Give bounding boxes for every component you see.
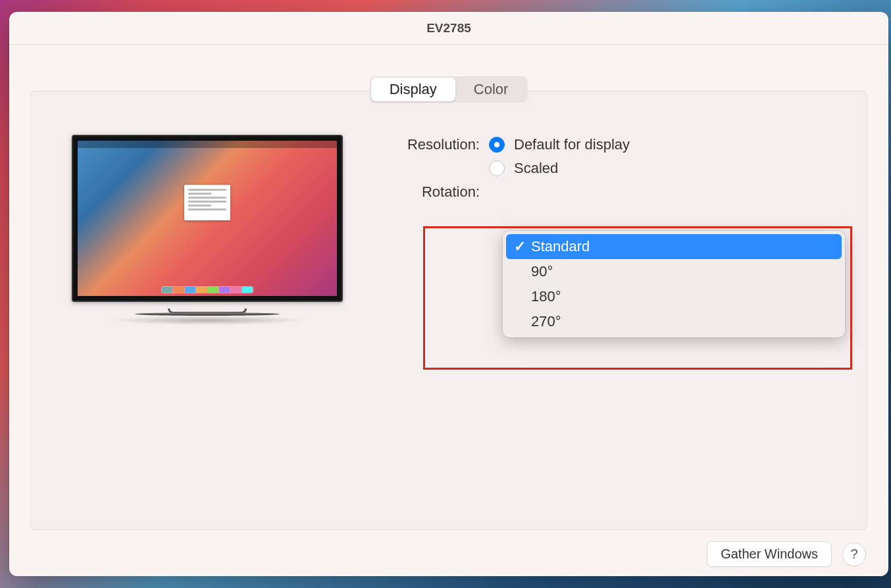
help-button[interactable]: ? xyxy=(842,543,866,566)
rotation-option-180[interactable]: 180° xyxy=(506,284,842,309)
rotation-option-90[interactable]: 90° xyxy=(506,259,842,284)
rotation-option-270[interactable]: 270° xyxy=(506,309,842,334)
rotation-label: Rotation: xyxy=(394,184,480,201)
titlebar: EV2785 xyxy=(9,12,888,45)
tab-display[interactable]: Display xyxy=(371,78,455,101)
radio-default-for-display[interactable] xyxy=(489,137,505,153)
check-icon: ✓ xyxy=(514,238,526,255)
radio-default-label: Default for display xyxy=(514,136,630,153)
resolution-label: Resolution: xyxy=(394,136,480,153)
window-title: EV2785 xyxy=(426,21,471,36)
content-area: Display Color xyxy=(9,45,888,576)
rotation-dropdown[interactable]: ✓ Standard 90° 180° 270° xyxy=(503,231,845,337)
gather-windows-button[interactable]: Gather Windows xyxy=(707,541,832,567)
tab-color[interactable]: Color xyxy=(455,78,527,101)
footer: Gather Windows ? xyxy=(707,541,866,567)
tab-bar: Display Color xyxy=(370,76,528,103)
preferences-window: EV2785 Display Color xyxy=(9,12,888,576)
monitor-preview xyxy=(72,131,355,516)
radio-scaled-label: Scaled xyxy=(514,160,558,177)
radio-scaled[interactable] xyxy=(489,160,505,176)
rotation-option-standard[interactable]: ✓ Standard xyxy=(506,234,842,259)
